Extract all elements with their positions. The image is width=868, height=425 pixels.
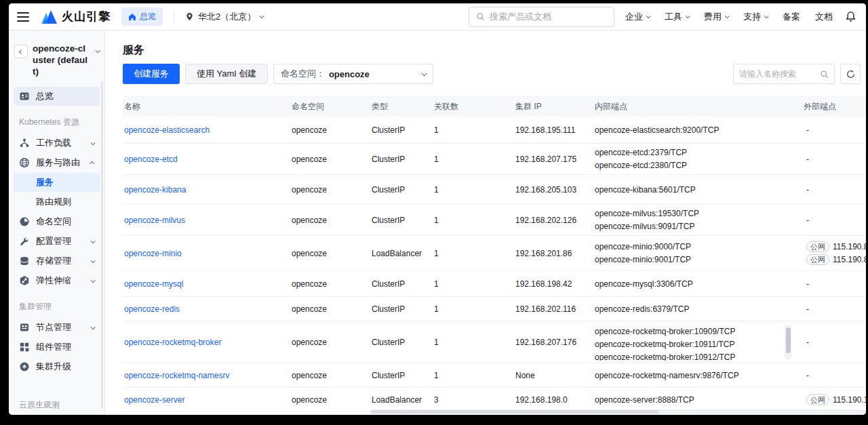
sidebar-item-upgrade[interactable]: 集群升级 — [14, 357, 100, 376]
cell-cluster-ip: 192.168.198.42 — [515, 279, 572, 289]
region-label: 华北2（北京） — [198, 11, 256, 23]
cell-namespace: opencoze — [292, 249, 327, 258]
cell-scrollbar[interactable] — [785, 325, 791, 360]
name-search-input[interactable] — [739, 69, 820, 79]
global-search-box[interactable] — [469, 7, 614, 27]
name-search-box[interactable] — [733, 64, 835, 84]
service-name-link[interactable]: opencoze-redis — [124, 304, 180, 314]
create-with-yaml-button[interactable]: 使用 Yaml 创建 — [185, 64, 268, 84]
notification-bell-icon[interactable] — [845, 11, 856, 22]
sidebar-item-service-route[interactable]: 服务与路由 — [14, 153, 100, 172]
menu-tools[interactable]: 工具 — [665, 11, 689, 23]
chevron-down-icon — [91, 278, 96, 283]
table-row: opencoze-rocketmq-namesrv opencoze Clust… — [123, 363, 866, 388]
chevron-down-icon — [91, 140, 96, 145]
sidebar-item-label: 命名空间 — [36, 216, 94, 228]
chevron-down-icon — [725, 14, 730, 18]
collapse-back-button[interactable] — [14, 45, 28, 58]
sidebar-item-workload[interactable]: 工作负载 — [14, 134, 100, 153]
chevron-down-icon — [260, 14, 264, 18]
region-selector[interactable]: 华北2（北京） — [185, 11, 263, 23]
toolbar: 创建服务 使用 Yaml 创建 命名空间： opencoze — [123, 64, 433, 84]
cell-internal-endpoints: opencoze-kibana:5601/TCP — [595, 183, 696, 196]
cell-external-endpoints: - — [806, 185, 809, 195]
main-content: 服务 创建服务 使用 Yaml 创建 命名空间： opencoze — [105, 31, 866, 415]
service-name-link[interactable]: opencoze-minio — [124, 249, 182, 258]
menu-icp[interactable]: 备案 — [783, 11, 800, 23]
col-header-name: 名称 — [124, 100, 140, 112]
service-name-link[interactable]: opencoze-etcd — [124, 155, 178, 164]
sidebar-item-label: 集群升级 — [36, 361, 94, 373]
cell-associations: 1 — [434, 338, 439, 347]
sidebar-scrollbar[interactable] — [101, 81, 103, 408]
workload-icon — [19, 138, 30, 148]
table-row: opencoze-rocketmq-broker opencoze Cluste… — [123, 321, 866, 363]
horizontal-scrollbar[interactable] — [370, 409, 866, 414]
service-name-link[interactable]: opencoze-rocketmq-namesrv — [124, 371, 229, 380]
chevron-down-icon — [96, 48, 100, 53]
sidebar-item-label: 弹性伸缩 — [36, 275, 91, 287]
hamburger-menu-icon[interactable] — [13, 7, 33, 27]
sidebar-item-component[interactable]: 组件管理 — [14, 338, 100, 357]
cell-external-endpoints: - — [806, 216, 809, 225]
search-icon — [820, 70, 829, 79]
volcengine-logo[interactable]: 火山引擎 — [40, 9, 111, 25]
service-name-link[interactable]: opencoze-mysql — [124, 279, 183, 289]
cell-type: LoadBalancer — [372, 395, 422, 405]
service-name-link[interactable]: opencoze-rocketmq-broker — [124, 338, 221, 347]
cell-namespace: opencoze — [292, 216, 327, 225]
tab-console-overview[interactable]: 总览 — [121, 7, 163, 26]
cell-type: ClusterIP — [372, 185, 405, 195]
sidebar-item-namespace[interactable]: 命名空间 — [14, 212, 100, 231]
node-icon — [19, 322, 30, 333]
sidebar-item-node[interactable]: 节点管理 — [14, 318, 100, 337]
cell-type: ClusterIP — [372, 216, 405, 225]
namespace-select-label: 命名空间： — [281, 68, 325, 80]
menu-billing[interactable]: 费用 — [704, 11, 728, 23]
sidebar-item-overview[interactable]: 总览 — [14, 87, 100, 106]
menu-docs[interactable]: 文档 — [815, 11, 833, 23]
cell-type: ClusterIP — [372, 338, 405, 347]
top-nav-menu: 企业 工具 费用 支持 备案 文档 — [625, 11, 833, 23]
service-name-link[interactable]: opencoze-elasticsearch — [124, 125, 210, 135]
mountain-logo-icon — [40, 9, 58, 25]
global-search-input[interactable] — [490, 12, 607, 22]
sidebar-item-service[interactable]: 服务 — [14, 173, 100, 192]
sidebar-item-storage[interactable]: 存储管理 — [14, 251, 100, 270]
cell-associations: 1 — [434, 304, 439, 314]
sidebar-item-autoscaling[interactable]: 弹性伸缩 — [14, 271, 100, 290]
cell-cluster-ip: 192.168.201.86 — [515, 249, 572, 258]
refresh-button[interactable] — [840, 64, 861, 84]
service-name-link[interactable]: opencoze-kibana — [124, 185, 186, 195]
sidebar-item-label: 工作负载 — [36, 137, 91, 149]
sidebar-item-label: 服务与路由 — [36, 157, 91, 169]
cluster-selector[interactable]: opencoze-cluster (default) — [9, 40, 104, 84]
cell-namespace: opencoze — [292, 395, 327, 405]
page-title: 服务 — [123, 43, 866, 58]
table-row: opencoze-redis opencoze ClusterIP 1 192.… — [123, 297, 866, 321]
cell-type: ClusterIP — [372, 304, 405, 314]
sidebar-item-config[interactable]: 配置管理 — [14, 232, 100, 251]
sidebar-item-label: 服务 — [36, 176, 94, 188]
cell-cluster-ip: None — [515, 371, 535, 380]
sidebar-item-route-rules[interactable]: 路由规则 — [14, 193, 100, 211]
cell-cluster-ip: 192.168.198.0 — [515, 395, 568, 405]
sidebar-item-label: 配置管理 — [36, 235, 91, 247]
cell-external-endpoints: - — [806, 155, 809, 164]
logo-text: 火山引擎 — [62, 9, 111, 24]
menu-support[interactable]: 支持 — [743, 11, 768, 23]
cell-associations: 1 — [434, 279, 439, 289]
table-row: opencoze-elasticsearch opencoze ClusterI… — [123, 117, 866, 144]
create-service-button[interactable]: 创建服务 — [123, 64, 180, 84]
cell-external-endpoints: - — [806, 125, 809, 135]
cell-external-endpoints: - — [806, 338, 809, 347]
service-name-link[interactable]: opencoze-milvus — [124, 216, 185, 225]
namespace-select-value: opencoze — [329, 69, 422, 79]
menu-enterprise[interactable]: 企业 — [625, 11, 650, 23]
service-name-link[interactable]: opencoze-server — [124, 395, 184, 405]
chevron-down-icon — [91, 239, 96, 243]
cell-internal-endpoints: opencoze-etcd:2379/TCP opencoze-etcd:238… — [595, 146, 687, 172]
cell-associations: 1 — [434, 371, 439, 380]
cell-type: ClusterIP — [372, 279, 405, 289]
namespace-select[interactable]: 命名空间： opencoze — [273, 64, 433, 84]
